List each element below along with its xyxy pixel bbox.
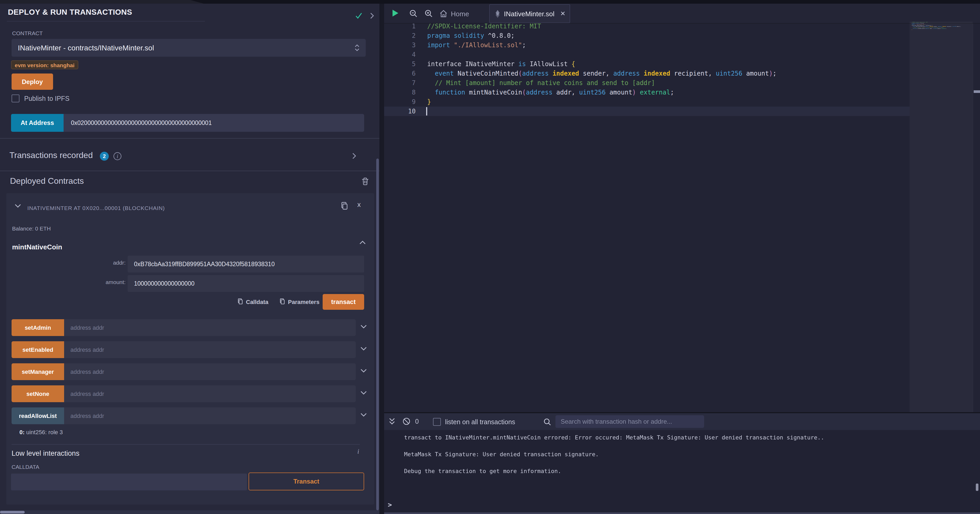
section-divider xyxy=(0,171,379,171)
panel-hscroll-thumb[interactable] xyxy=(0,511,25,514)
run-script-icon[interactable] xyxy=(391,9,399,17)
terminal-line-2: MetaMask Tx Signature: User denied trans… xyxy=(404,451,599,459)
setAdmin-button[interactable]: setAdmin xyxy=(11,319,64,336)
line-number-10: 10 xyxy=(384,106,416,116)
line-number-9: 9 xyxy=(384,97,416,106)
trash-icon[interactable] xyxy=(361,178,369,185)
low-level-title: Low level interactions xyxy=(11,449,80,457)
card-close-icon[interactable]: x xyxy=(357,201,361,208)
setEnabled-expand-icon[interactable] xyxy=(361,346,367,351)
addr-input[interactable] xyxy=(128,256,364,273)
title-divider xyxy=(7,21,205,22)
clear-console-icon[interactable] xyxy=(402,417,410,425)
terminal-body[interactable]: transact to INativeMinter.mintNativeCoin… xyxy=(384,430,980,514)
contract-select[interactable]: INativeMinter - contracts/INativeMinter.… xyxy=(11,39,366,57)
function-collapse-icon[interactable] xyxy=(360,240,366,245)
readAllowList-expand-icon[interactable] xyxy=(361,412,367,417)
panel-scrollbar[interactable] xyxy=(376,159,379,510)
panel-title: DEPLOY & RUN TRANSACTIONS xyxy=(8,8,132,16)
zoom-in-icon[interactable] xyxy=(425,10,433,18)
code-line-8: function mintNativeCoin(address addr, ui… xyxy=(427,88,674,97)
card-collapse-icon[interactable] xyxy=(15,204,21,208)
listen-all-label: listen on all transactions xyxy=(445,419,515,426)
code-line-5: interface INativeMinter is IAllowList { xyxy=(427,59,575,69)
setEnabled-args-input[interactable]: address addr xyxy=(64,341,356,358)
panel-bottom-scrollbar xyxy=(0,510,379,514)
home-tab[interactable]: Home xyxy=(451,10,469,18)
readAllowList-button[interactable]: readAllowList xyxy=(11,408,64,424)
terminal-scrollbar-thumb[interactable] xyxy=(976,484,978,491)
field-label-addr: addr: xyxy=(6,259,126,266)
setAdmin-expand-icon[interactable] xyxy=(361,324,367,329)
parameters-action[interactable]: Parameters xyxy=(280,298,320,305)
section-divider xyxy=(0,138,379,139)
publish-ipfs-checkbox[interactable] xyxy=(11,95,19,102)
terminal-collapse-icon[interactable] xyxy=(388,417,396,425)
function-row-setEnabled: setEnabledaddress addr xyxy=(11,341,367,358)
calldata-action[interactable]: Calldata xyxy=(237,298,269,305)
code-line-1: //SPDX-License-Identifier: MIT xyxy=(427,24,541,31)
copy-icon[interactable] xyxy=(340,201,348,210)
function-row-setManager: setManageraddress addr xyxy=(11,363,367,380)
code-line-7: // Mint [amount] number of native coins … xyxy=(427,78,655,88)
pending-tx-count: 0 xyxy=(415,418,419,425)
home-icon[interactable] xyxy=(439,10,448,18)
tab-close-icon[interactable]: ✕ xyxy=(560,10,565,17)
code-editor[interactable]: 12345678910 //SPDX-License-Identifier: M… xyxy=(384,24,980,412)
editor-minimap[interactable]: //SPDX-License-Identifier: MITpragma sol… xyxy=(910,22,973,412)
readAllowList-args-input[interactable]: address addr xyxy=(64,408,356,424)
read-result: 0: uint256: role 3 xyxy=(19,429,63,435)
low-level-calldata-input[interactable] xyxy=(11,474,247,490)
at-address-button[interactable]: At Address xyxy=(11,114,64,132)
transact-button[interactable]: transact xyxy=(323,294,364,310)
contract-select-value: INativeMinter - contracts/INativeMinter.… xyxy=(18,44,154,52)
code-line-9: } xyxy=(427,97,431,106)
panel-editor-divider[interactable] xyxy=(379,4,384,514)
terminal-search-input[interactable] xyxy=(555,415,704,428)
deployed-contract-card: INATIVEMINTER AT 0X020...00001 (BLOCKCHA… xyxy=(6,193,374,504)
function-row-readAllowList: readAllowListaddress addr xyxy=(11,408,367,424)
at-address-group: At Address xyxy=(11,114,364,132)
line-number-5: 5 xyxy=(384,59,416,69)
setManager-button[interactable]: setManager xyxy=(11,363,64,380)
line-number-8: 8 xyxy=(384,88,416,97)
balance-label: Balance: 0 ETH xyxy=(12,225,51,232)
setManager-expand-icon[interactable] xyxy=(361,368,367,373)
setNone-expand-icon[interactable] xyxy=(361,390,367,395)
code-line-3: import "./IAllowList.sol"; xyxy=(427,40,526,50)
setAdmin-args-input[interactable]: address addr xyxy=(64,319,356,336)
active-file-tab[interactable]: INativeMinter.sol ✕ xyxy=(489,4,570,23)
calldata-action-label: Calldata xyxy=(246,298,269,305)
code-line-2: pragma solidity ^0.8.0; xyxy=(427,31,514,40)
terminal-line-1: transact to INativeMinter.mintNativeCoin… xyxy=(404,434,824,442)
overview-cursor-marker xyxy=(974,90,980,93)
search-icon xyxy=(543,418,551,426)
line-number-2: 2 xyxy=(384,31,416,40)
current-line-highlight xyxy=(384,106,910,116)
parameters-action-label: Parameters xyxy=(288,298,320,305)
setManager-args-input[interactable]: address addr xyxy=(64,363,356,380)
transactions-expand-icon[interactable] xyxy=(352,153,356,159)
terminal-prompt: > xyxy=(388,501,392,509)
contract-instance-title[interactable]: INATIVEMINTER AT 0X020...00001 (BLOCKCHA… xyxy=(27,205,165,211)
listen-all-checkbox[interactable] xyxy=(433,418,441,426)
transactions-recorded-label: Transactions recorded xyxy=(10,151,93,160)
panel-chevron-right-icon[interactable] xyxy=(370,13,374,19)
setNone-button[interactable]: setNone xyxy=(11,386,64,402)
setNone-args-input[interactable]: address addr xyxy=(64,386,356,402)
low-level-transact-button[interactable]: Transact xyxy=(248,473,364,490)
calldata-label: CALLDATA xyxy=(11,463,39,470)
setEnabled-button[interactable]: setEnabled xyxy=(11,341,64,358)
at-address-input[interactable] xyxy=(64,114,364,132)
deploy-button[interactable]: Deploy xyxy=(11,73,53,90)
line-number-1: 1 xyxy=(384,24,416,31)
browser-top-strip xyxy=(0,0,980,4)
transactions-info-icon[interactable]: i xyxy=(113,152,121,160)
terminal-line-3: Debug the transaction to get more inform… xyxy=(404,467,561,476)
zoom-out-icon[interactable] xyxy=(409,10,418,18)
amount-input[interactable] xyxy=(128,275,364,292)
card-divider xyxy=(11,444,360,445)
open-function-name: mintNativeCoin xyxy=(12,243,62,251)
low-level-info-icon: i xyxy=(357,447,359,456)
contract-label: CONTRACT xyxy=(12,30,43,36)
